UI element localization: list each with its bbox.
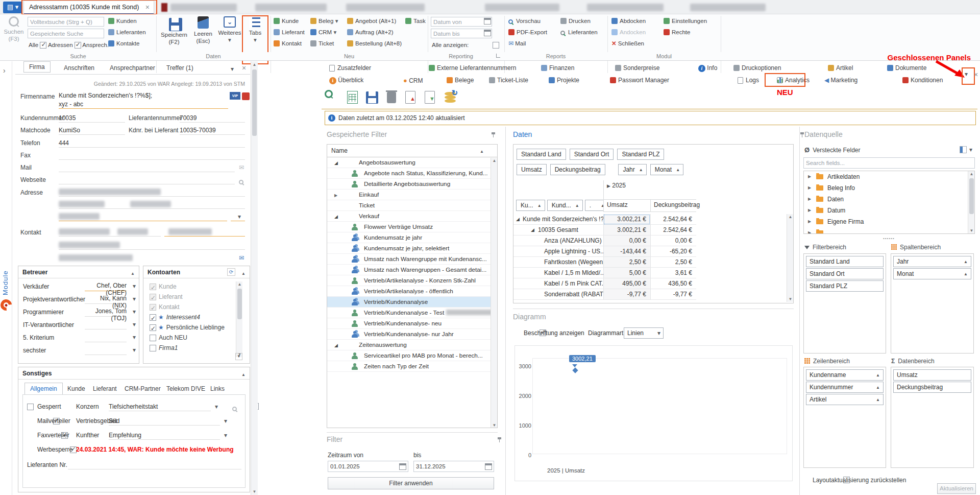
weiteres-button[interactable]: ⌄ Weiteres	[217, 15, 242, 43]
kunden-button[interactable]: Kunden	[108, 17, 137, 25]
close-tab-icon[interactable]	[145, 1, 150, 14]
dropdown-icon[interactable]	[133, 308, 136, 315]
excel-export-button[interactable]	[345, 90, 360, 105]
pin-icon[interactable]	[800, 132, 804, 137]
tab-close-icon[interactable]	[242, 64, 246, 72]
kontoart-checkbox[interactable]	[150, 304, 156, 311]
tree-expander-icon[interactable]	[808, 216, 811, 227]
saved-filter-row[interactable]: Vertrieb/Kundenanalyse - Test	[327, 308, 497, 318]
dropdown-icon[interactable]	[133, 295, 136, 302]
saved-filter-label[interactable]: Umsatz nach Warengruppe mit Kundenansc..…	[364, 254, 496, 265]
pivot-row[interactable]: Apple Lightning - US... -143,44 € -65,20…	[513, 246, 787, 257]
kontakt-mail-icon[interactable]: ✉	[239, 254, 244, 262]
saved-filter-row[interactable]: Umsatz nach Warengruppe mit Kundenansc..…	[327, 254, 497, 265]
data-area-chip[interactable]: Umsatz	[893, 369, 971, 381]
tab-links[interactable]: Links	[210, 385, 225, 392]
filter-area-chip[interactable]: Standard Land	[806, 256, 884, 267]
upload-button[interactable]	[403, 90, 419, 105]
saved-filters-scrollbar[interactable]: ▲▼	[491, 158, 497, 428]
pivot-row[interactable]: Kabel / 1,5 m Mlded/... 5,00 € 3,61 €	[513, 268, 787, 278]
saved-filter-row[interactable]: Vertrieb/Kundenanalyse- neu	[327, 318, 497, 329]
firmenname-value-line1[interactable]: Kunde mit Sonderzeichen's !?%$];	[59, 92, 152, 99]
panel-tab-passwort-manager[interactable]: Passwort Manager	[610, 77, 669, 84]
kontoarten-dropdown-icon[interactable]: ▼	[235, 353, 242, 360]
kontoart-checkbox[interactable]	[150, 314, 156, 321]
kontoarten-scrollbar[interactable]: ▲▼	[236, 281, 242, 357]
filter-area-chip[interactable]: Standard Ort	[806, 268, 884, 279]
pivot-umsatz-cell[interactable]: 2,50 €	[603, 257, 650, 268]
tree-expander-icon[interactable]	[808, 171, 811, 182]
betreuer-row[interactable]: IT-Verantwortlicher	[18, 319, 139, 332]
row-area-chip[interactable]: Kundenname	[806, 369, 884, 381]
field-folder-row[interactable]: Eigene Firma	[804, 216, 974, 227]
saved-filter-label[interactable]: Umsatz nach Warengruppen - Gesamt detai.…	[364, 265, 496, 275]
tab-kunde[interactable]: Kunde	[67, 385, 85, 392]
datenbereich-area[interactable]: UmsatzDeckungsbeitrag	[891, 367, 974, 468]
panel-tab-konditionen[interactable]: Konditionen	[902, 77, 943, 84]
saved-filter-row[interactable]: Zeitenauswertung	[327, 340, 497, 350]
splitter-handle[interactable]: ••••••	[883, 236, 895, 241]
pivot-umsatz-cell[interactable]: 3.002,21 €	[603, 225, 650, 235]
zeilenbereich-area[interactable]: KundennameKundennummerArtikel	[803, 367, 886, 468]
row-area-chip[interactable]: Artikel	[806, 394, 884, 405]
field-folder-row[interactable]: Beleg Info	[804, 182, 974, 194]
panel-tab-info[interactable]: i Info	[698, 64, 717, 72]
webseite-search-icon[interactable]	[239, 180, 243, 184]
panel-tab-ticket-liste[interactable]: Ticket-Liste	[489, 77, 528, 84]
webseite-value[interactable]	[59, 176, 235, 184]
mail-button[interactable]: ✉ Mail	[508, 40, 526, 48]
kontakte-button[interactable]: Kontakte	[108, 40, 139, 48]
saved-filter-label[interactable]: Vertrieb/Artikelanalyse - öffentlich	[364, 286, 496, 297]
panel-tab-projekte[interactable]: Projekte	[549, 77, 579, 84]
redacted-tab[interactable]	[255, 4, 327, 11]
dropdown-icon[interactable]	[133, 334, 136, 341]
tree-expander-icon[interactable]	[334, 211, 338, 222]
leeren-button[interactable]: Leeren(Esc)	[191, 15, 215, 44]
saved-filter-row[interactable]: Angebotsauswertung	[327, 157, 497, 168]
betreuer-row[interactable]: 5. Kriterium	[18, 332, 139, 344]
saved-filter-row[interactable]: Vertrieb/Kundenanalyse- nur Jahr	[327, 329, 497, 340]
pivot-row[interactable]: Kunde mit Sonderzeichen's !?... 3.002,21…	[513, 214, 787, 225]
saved-filter-label[interactable]: Vertrieb/Artikelanalyse - Konzern Stk-Za…	[364, 275, 496, 286]
pivot-scrollbar[interactable]: ▲▼	[787, 214, 793, 302]
volltextsuche-input[interactable]	[28, 17, 104, 27]
mail-icon[interactable]: ✉	[239, 164, 244, 171]
field-tree-scrollbar[interactable]: ▲▼	[968, 171, 974, 233]
calendar-icon[interactable]	[484, 18, 491, 25]
panel-tab-druckoptionen[interactable]: Druckoptionen	[733, 64, 781, 72]
betreuer-row[interactable]: Verkäufer Chef, Ober (CHEF)	[18, 280, 139, 293]
panel-tab-marketing[interactable]: ◀ Marketing	[824, 77, 857, 84]
data-field-chip[interactable]: Umsatz	[517, 164, 547, 175]
filter-anwenden-button[interactable]: Filter anwenden	[328, 477, 494, 489]
field-folder-row[interactable]: Daten	[804, 194, 974, 205]
saved-filter-row[interactable]: Vertrieb/Artikelanalyse - öffentlich	[327, 286, 497, 297]
folder-label[interactable]: Daten	[827, 194, 844, 205]
column-area-chip[interactable]: Jahr	[893, 256, 971, 267]
zeitraum-bis-input[interactable]	[413, 461, 494, 472]
saved-filter-label[interactable]: Angebotsauswertung	[359, 157, 496, 168]
saved-filter-label[interactable]: Angebote nach Status, Klassifizierung, K…	[364, 168, 496, 179]
panel-tab-analytics[interactable]: Analytics	[777, 77, 810, 84]
pivot-db-cell[interactable]: 2.542,64 €	[650, 214, 696, 225]
column-field-chip[interactable]: Jahr	[618, 164, 646, 175]
saved-filter-row[interactable]: Kundenumsatz je jahr, selektiert	[327, 243, 497, 254]
umsatz-column-header[interactable]: Umsatz	[603, 200, 650, 212]
folder-label[interactable]: Beleg Info	[827, 182, 855, 194]
zeitraum-von-input[interactable]	[328, 461, 408, 472]
kontoart-checkbox[interactable]	[150, 284, 156, 290]
field-folder-row-clipped[interactable]	[804, 227, 974, 233]
tab-allgemein[interactable]: Allgemein	[24, 383, 63, 395]
form-scrollbar[interactable]: ▲ ▼	[251, 61, 258, 495]
pivot-row-label[interactable]: Fahrtkosten (Wegeen...	[513, 257, 603, 268]
data-field-chip[interactable]: Deckungsbeitrag	[550, 164, 605, 175]
konzern-search-icon[interactable]	[232, 407, 237, 411]
pivot-row[interactable]: Sonderrabatt (RABATT) -9,77 € -9,77 €	[513, 289, 787, 300]
bestellung-button[interactable]: Bestellung (Alt+8)	[347, 40, 402, 48]
panel-tab-ueberblick[interactable]: i Überblick	[329, 77, 363, 84]
folder-label[interactable]: Datum	[827, 205, 845, 216]
kontoart-item[interactable]: Kontakt	[143, 302, 233, 312]
dropdown-icon[interactable]	[133, 282, 136, 290]
rechte-button[interactable]: Rechte	[664, 29, 690, 36]
tab-list-dropdown-icon[interactable]	[231, 65, 234, 73]
crm-button[interactable]: CRM	[310, 29, 336, 36]
